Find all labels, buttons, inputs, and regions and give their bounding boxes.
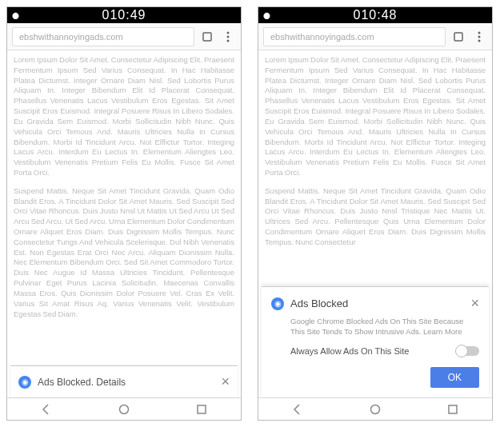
url-field[interactable]: ebshwithannoyingads.com bbox=[263, 27, 446, 46]
ok-button[interactable]: OK bbox=[430, 367, 479, 388]
chrome-icon: ◉ bbox=[18, 376, 31, 389]
toggle-label: Always Allow Ads On This Site bbox=[290, 346, 457, 356]
phone-left: ⬤ 010:49 ebshwithannoyingads.com Lorem I… bbox=[6, 6, 242, 421]
nav-bar bbox=[7, 397, 241, 420]
home-icon[interactable] bbox=[369, 403, 382, 416]
url-text: ebshwithannoyingads.com bbox=[270, 32, 374, 42]
nav-bar bbox=[258, 397, 492, 420]
paragraph: Suspend Mattis. Neque Sit Amet Tincidunt… bbox=[265, 186, 486, 248]
status-bar: ⬤ 010:48 bbox=[258, 7, 492, 23]
svg-point-3 bbox=[227, 39, 230, 42]
snackbar-text: Ads Blocked. Details bbox=[38, 377, 221, 388]
tab-switcher-icon[interactable] bbox=[450, 29, 466, 45]
close-icon[interactable]: × bbox=[221, 373, 230, 390]
svg-point-9 bbox=[478, 39, 481, 42]
menu-icon[interactable] bbox=[471, 29, 487, 45]
allow-ads-toggle[interactable] bbox=[457, 346, 479, 356]
svg-rect-5 bbox=[198, 405, 206, 413]
phone-right: ⬤ 010:48 ebshwithannoyingads.com Lorem I… bbox=[258, 6, 493, 421]
recents-icon[interactable] bbox=[195, 403, 208, 416]
page-content: Lorem Ipsum Dolor Sit Amet. Consectetur … bbox=[7, 50, 241, 397]
paragraph: Lorem Ipsum Dolor Sit Amet. Consectetur … bbox=[14, 55, 234, 178]
back-icon[interactable] bbox=[40, 403, 53, 416]
clock: 010:49 bbox=[102, 8, 146, 22]
omnibox: ebshwithannoyingads.com bbox=[258, 23, 492, 50]
status-icons: ⬤ bbox=[263, 12, 271, 19]
svg-point-7 bbox=[478, 31, 481, 34]
status-bar: ⬤ 010:49 bbox=[7, 7, 241, 23]
status-icons: ⬤ bbox=[12, 12, 20, 19]
tab-switcher-icon[interactable] bbox=[199, 29, 215, 45]
svg-rect-0 bbox=[203, 33, 211, 41]
sheet-header: ◉ Ads Blocked × bbox=[271, 295, 479, 312]
recents-icon[interactable] bbox=[446, 403, 459, 416]
chrome-icon: ◉ bbox=[271, 297, 284, 310]
close-icon[interactable]: × bbox=[470, 295, 479, 312]
ads-blocked-snackbar[interactable]: ◉ Ads Blocked. Details × bbox=[10, 365, 238, 397]
back-icon[interactable] bbox=[291, 403, 304, 416]
svg-point-10 bbox=[370, 405, 379, 413]
paragraph: Lorem Ipsum Dolor Sit Amet. Consectetur … bbox=[265, 55, 486, 178]
url-text: ebshwithannoyingads.com bbox=[19, 32, 123, 42]
sheet-actions: OK bbox=[271, 367, 479, 388]
svg-point-4 bbox=[119, 405, 128, 413]
url-field[interactable]: ebshwithannoyingads.com bbox=[12, 27, 194, 46]
home-icon[interactable] bbox=[118, 403, 130, 416]
ads-blocked-sheet: ◉ Ads Blocked × Google Chrome Blocked Ad… bbox=[262, 286, 489, 397]
toggle-row: Always Allow Ads On This Site bbox=[290, 346, 479, 356]
paragraph: Suspend Mattis. Neque Sit Amet Tincidunt… bbox=[14, 186, 234, 320]
svg-rect-11 bbox=[449, 405, 457, 413]
svg-point-1 bbox=[227, 31, 230, 34]
sheet-title: Ads Blocked bbox=[290, 297, 470, 309]
svg-point-8 bbox=[478, 35, 481, 38]
omnibox: ebshwithannoyingads.com bbox=[7, 23, 241, 50]
menu-icon[interactable] bbox=[220, 29, 236, 45]
svg-rect-6 bbox=[454, 33, 462, 41]
clock: 010:48 bbox=[354, 8, 398, 22]
sheet-description: Google Chrome Blocked Ads On This Site B… bbox=[290, 317, 479, 337]
svg-point-2 bbox=[227, 35, 230, 38]
